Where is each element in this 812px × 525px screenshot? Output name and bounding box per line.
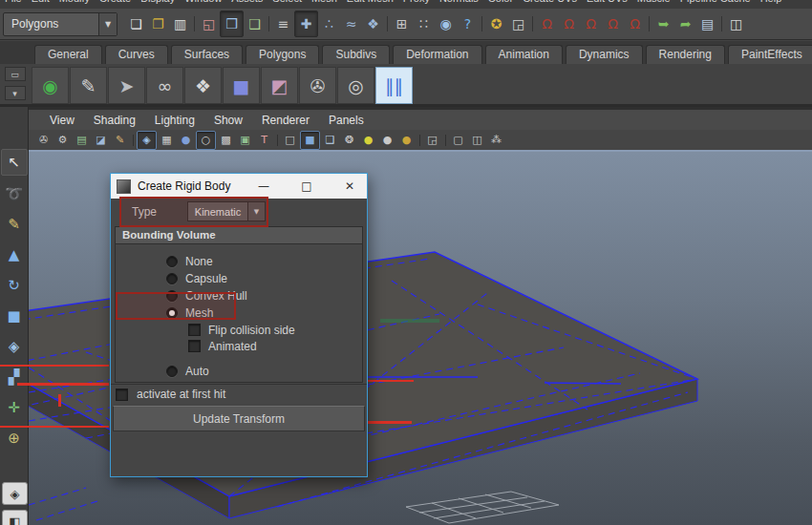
output-connections-icon[interactable]: ➦ <box>674 11 696 36</box>
rotate-tool-icon[interactable]: ↻ <box>2 273 27 298</box>
chevron-down-icon[interactable]: ▼ <box>248 201 266 221</box>
particles-icon[interactable]: ∷ <box>413 11 435 36</box>
panel-menu-show[interactable]: Show <box>204 114 252 127</box>
new-scene-icon[interactable]: ❏ <box>125 11 147 36</box>
select-component-icon[interactable]: ❑ <box>244 11 266 36</box>
mask-handles-icon[interactable]: ∴ <box>318 11 340 36</box>
select-tool-icon[interactable]: ↖ <box>1 149 28 176</box>
create-passive-rigid-body-icon[interactable]: ✎ <box>70 67 107 104</box>
snap-to-curve-icon[interactable]: Ω <box>558 11 580 36</box>
last-tool-icon[interactable]: ⊕ <box>2 426 27 451</box>
dialog-titlebar[interactable]: Create Rigid Body — □ ✕ <box>111 174 367 199</box>
isolate-view-cube-icon[interactable]: ▢ <box>449 132 467 149</box>
selection-marquee-icon[interactable]: ◲ <box>423 132 441 149</box>
camera-settings-icon[interactable]: ⚙ <box>53 132 72 149</box>
shelf-menu-toggle-icon[interactable]: ▾ <box>5 86 26 100</box>
menu-modify[interactable]: Modify <box>54 0 95 9</box>
spring-constraint-icon[interactable]: ∞ <box>146 67 183 104</box>
mask-surfaces-icon[interactable]: ❖ <box>362 11 384 36</box>
interactive-playback-icon[interactable]: ∥∥ <box>375 67 413 104</box>
menu-muscle[interactable]: Muscle <box>632 0 675 9</box>
menu-create[interactable]: Create <box>95 0 136 9</box>
isolate-select-icon[interactable]: ▩ <box>217 132 235 149</box>
select-hierarchy-icon[interactable]: ◱ <box>198 11 220 36</box>
mask-curves-icon[interactable]: ≈ <box>340 11 362 36</box>
panel-menu-renderer[interactable]: Renderer <box>252 114 319 127</box>
xray-cube-icon[interactable]: □ <box>281 132 299 149</box>
paint-select-tool-icon[interactable]: ✎ <box>2 212 27 237</box>
tab-deformation[interactable]: Deformation <box>393 45 481 64</box>
uv-texture-icon[interactable]: T <box>255 132 273 149</box>
soft-body-icon[interactable]: ■ <box>223 67 260 104</box>
panel-menu-panels[interactable]: Panels <box>319 114 374 127</box>
type-dropdown[interactable]: Kinematic <box>187 201 248 221</box>
tab-dynamics[interactable]: Dynamics <box>566 45 643 64</box>
minimize-button[interactable]: — <box>250 174 277 199</box>
lattice-points-icon[interactable]: ⊞ <box>391 11 413 36</box>
menu-file[interactable]: File <box>0 0 27 9</box>
maximize-button[interactable]: □ <box>293 174 320 199</box>
radio-auto[interactable]: Auto <box>166 363 362 380</box>
yellow-light-icon[interactable]: ● <box>359 132 377 149</box>
checkbox-animated[interactable]: Animated <box>188 338 362 354</box>
menu-pipeline-cache[interactable]: Pipeline Cache <box>675 0 756 9</box>
goal-weights-icon[interactable]: ◎ <box>337 67 374 104</box>
tab-polygons[interactable]: Polygons <box>246 45 319 64</box>
save-scene-icon[interactable]: ▥ <box>169 11 191 36</box>
menu-normals[interactable]: Normals <box>435 0 483 9</box>
snap-to-projected-center-icon[interactable]: Ω <box>602 11 624 36</box>
open-scene-icon[interactable]: ❐ <box>147 11 169 36</box>
menu-assets[interactable]: Assets <box>226 0 267 9</box>
panel-menu-view[interactable]: View <box>40 114 84 127</box>
menu-set-dropdown[interactable]: Polygons ▼ <box>3 12 118 36</box>
radio-none[interactable]: None <box>166 253 362 270</box>
menu-color[interactable]: Color <box>483 0 518 9</box>
menu-help[interactable]: Help <box>756 0 787 9</box>
set-rigid-key-icon[interactable]: ✇ <box>299 67 336 104</box>
snap-to-view-plane-icon[interactable]: Ω <box>624 11 646 36</box>
tab-animation[interactable]: Animation <box>485 45 563 64</box>
menu-display[interactable]: Display <box>136 0 180 9</box>
gold-light-icon[interactable]: ● <box>397 132 416 149</box>
wireframe-icon[interactable]: ◈ <box>137 131 157 150</box>
selection-mask-icon[interactable]: ≡ <box>272 11 294 36</box>
update-transform-button[interactable]: Update Transform <box>113 406 365 431</box>
shaded-icon[interactable]: ● <box>177 132 195 149</box>
menu-create-uvs[interactable]: Create UVs <box>518 0 582 9</box>
menu-mesh[interactable]: Mesh <box>307 0 342 9</box>
tab-surfaces[interactable]: Surfaces <box>171 45 243 64</box>
image-plane-icon[interactable]: ◪ <box>92 132 110 149</box>
checkbox-flip-collision-side[interactable]: Flip collision side <box>188 322 362 338</box>
universal-manipulator-icon[interactable]: ◈ <box>2 334 27 359</box>
lasso-tool-icon[interactable]: ➰ <box>2 181 27 206</box>
radio-capsule[interactable]: Capsule <box>166 270 362 287</box>
tab-curves[interactable]: Curves <box>105 45 168 64</box>
render-view-icon[interactable]: ◫ <box>725 11 747 36</box>
flat-cube-icon[interactable]: ❑ <box>321 132 339 149</box>
mask-points-icon[interactable]: ✚ <box>294 10 318 37</box>
checker-sphere-icon[interactable]: ❂ <box>340 132 358 149</box>
highlight-selection-icon[interactable]: ◲ <box>507 11 529 36</box>
rigid-solver-icon[interactable]: ◩ <box>261 67 298 104</box>
snap-to-point-icon[interactable]: Ω <box>580 11 602 36</box>
soft-modification-icon[interactable]: ▞ <box>2 365 27 389</box>
barrier-constraint-icon[interactable]: ➤ <box>108 67 145 104</box>
radio-convex-hull[interactable]: Convex Hull <box>166 287 362 304</box>
single-pane-layout-icon[interactable]: ◈ <box>2 482 28 505</box>
show-manipulator-icon[interactable]: ✛ <box>2 395 27 420</box>
share-view-icon[interactable]: ⁂ <box>487 132 505 149</box>
movie-camera-icon[interactable]: ✇ <box>34 132 53 149</box>
menu-edit[interactable]: Edit <box>27 0 54 9</box>
radio-mesh[interactable]: Mesh <box>166 304 362 322</box>
activate-at-first-hit-row[interactable]: activate at first hit <box>111 384 367 404</box>
shatter-icon[interactable]: ❖ <box>184 67 222 104</box>
shelf-tabs-toggle-icon[interactable]: ▭ <box>5 67 26 81</box>
menu-proxy[interactable]: Proxy <box>398 0 435 9</box>
construction-history-icon[interactable]: ▤ <box>696 11 718 36</box>
duplicate-view-icon[interactable]: ◫ <box>468 132 486 149</box>
tab-subdivs[interactable]: Subdivs <box>322 45 390 64</box>
chevron-down-icon[interactable]: ▼ <box>98 13 117 35</box>
dynamic-select-icon[interactable]: ◉ <box>435 11 457 36</box>
help-icon[interactable]: ? <box>457 11 479 36</box>
create-active-rigid-body-icon[interactable]: ◉ <box>32 67 69 104</box>
